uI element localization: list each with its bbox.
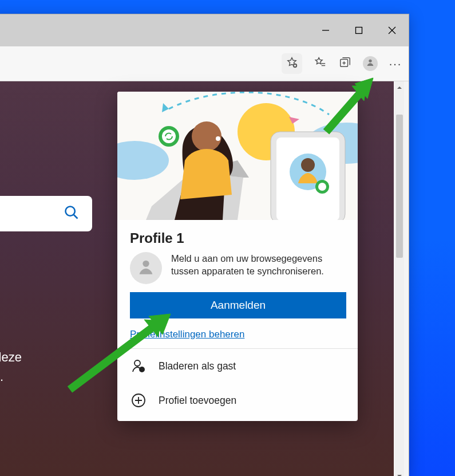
collections-button[interactable] [338, 56, 353, 71]
vertical-scrollbar[interactable] [395, 81, 404, 476]
svg-point-13 [66, 207, 75, 216]
svg-point-29 [216, 136, 220, 141]
manage-profile-settings-link[interactable]: Profielinstellingen beheren [130, 329, 244, 340]
profile-flyout: Profile 1 Meld u aan om uw browsegegeven… [117, 92, 358, 421]
svg-point-31 [143, 261, 149, 267]
title-bar [0, 14, 409, 46]
add-profile-item[interactable]: Profiel toevoegen [130, 383, 346, 418]
svg-line-14 [74, 215, 78, 219]
profile-sync-message: Meld u aan om uw browsegegevens tussen a… [171, 252, 346, 278]
search-box[interactable] [0, 196, 92, 231]
person-icon [366, 58, 375, 69]
svg-point-28 [192, 121, 221, 151]
scroll-down-arrow[interactable] [395, 471, 404, 476]
minimize-button[interactable] [309, 14, 342, 46]
maximize-button[interactable] [342, 14, 375, 46]
close-button[interactable] [375, 14, 409, 46]
guest-icon: ? [130, 359, 147, 373]
collections-icon [339, 56, 351, 71]
svg-point-25 [301, 158, 315, 172]
add-profile-label: Profiel toevoegen [159, 395, 236, 407]
search-icon [64, 204, 80, 223]
add-favorite-button[interactable] [282, 53, 302, 74]
svg-point-32 [134, 360, 140, 366]
background-caption: lat deze was. [0, 348, 22, 387]
favorites-button[interactable] [312, 56, 327, 71]
ellipsis-icon: ··· [389, 57, 402, 70]
star-list-icon [314, 56, 326, 71]
svg-text:?: ? [141, 368, 143, 372]
more-menu-button[interactable]: ··· [388, 56, 403, 71]
browse-as-guest-label: Bladeren als gast [159, 360, 236, 372]
browse-as-guest-item[interactable]: ? Bladeren als gast [130, 349, 346, 383]
profile-name: Profile 1 [130, 230, 346, 246]
sign-in-button[interactable]: Aanmelden [130, 292, 346, 318]
profile-button[interactable] [363, 56, 378, 71]
profile-hero-illustration [117, 92, 358, 220]
svg-point-21 [162, 129, 176, 143]
svg-rect-1 [356, 27, 362, 34]
person-icon [136, 257, 156, 279]
svg-point-12 [369, 60, 371, 62]
scroll-up-arrow[interactable] [395, 82, 404, 93]
svg-point-27 [318, 183, 326, 191]
scroll-thumb[interactable] [396, 115, 403, 258]
plus-circle-icon [130, 393, 147, 408]
profile-avatar [130, 252, 162, 284]
star-plus-icon [286, 56, 298, 71]
browser-toolbar: ··· [0, 46, 409, 81]
